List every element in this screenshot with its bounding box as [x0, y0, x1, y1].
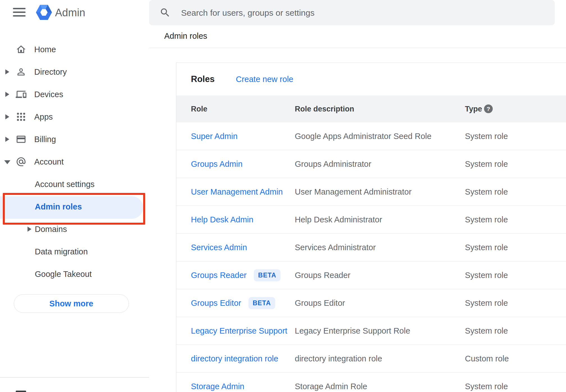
role-cell: Legacy Enterprise Support — [191, 317, 287, 345]
role-description: Groups Administrator — [295, 159, 371, 169]
chevron-right-icon[interactable] — [28, 227, 31, 232]
role-description: Help Desk Administrator — [295, 215, 382, 224]
description-cell: Groups Editor — [295, 289, 345, 317]
create-new-role-link[interactable]: Create new role — [236, 63, 293, 95]
column-header-description: Role description — [295, 95, 354, 122]
description-cell: Groups Reader — [295, 261, 350, 289]
sidebar: Admin Home Directory Device — [0, 0, 149, 392]
role-cell: Groups Editor BETA — [191, 289, 275, 317]
admin-console-screen: Admin Home Directory Device — [0, 0, 566, 392]
sidebar-item-label: Account settings — [35, 180, 95, 189]
roles-table-body: Super Admin Google Apps Administrator Se… — [176, 122, 566, 392]
role-link[interactable]: Services Admin — [191, 243, 247, 252]
search-icon — [159, 7, 171, 18]
chevron-down-icon[interactable] — [4, 160, 10, 164]
sidebar-item-data-migration[interactable]: Data migration — [0, 240, 149, 263]
table-row: Groups Editor BETA Groups Editor System … — [176, 289, 566, 317]
column-header-role: Role — [191, 95, 207, 122]
type-cell: Custom role — [465, 345, 509, 372]
role-cell: Groups Admin — [191, 150, 243, 178]
help-icon[interactable]: ? — [484, 104, 493, 113]
role-description: Groups Reader — [295, 271, 350, 280]
sidebar-item-admin-roles[interactable]: Admin roles — [0, 195, 149, 218]
role-type: System role — [465, 187, 508, 197]
sidebar-item-label: Devices — [34, 90, 63, 99]
role-type: System role — [465, 215, 508, 224]
role-link[interactable]: Groups Reader — [191, 271, 247, 280]
sidebar-divider — [0, 377, 149, 378]
table-row: directory integration role directory int… — [176, 345, 566, 373]
role-description: Legacy Enterprise Support Role — [295, 326, 410, 336]
content-divider — [149, 48, 566, 48]
search-bar[interactable] — [149, 0, 555, 25]
chevron-right-icon[interactable] — [5, 92, 9, 97]
description-cell: Help Desk Administrator — [295, 206, 382, 233]
admin-logo-icon — [36, 5, 52, 20]
role-link[interactable]: Super Admin — [191, 132, 238, 141]
sidebar-item-domains[interactable]: Domains — [0, 218, 149, 240]
app-title: Admin — [55, 0, 85, 25]
sidebar-item-directory[interactable]: Directory — [0, 61, 149, 83]
type-cell: System role — [465, 178, 508, 206]
chevron-right-icon[interactable] — [5, 114, 9, 119]
sidebar-item-label: Admin roles — [35, 202, 82, 211]
role-cell: Storage Admin — [191, 373, 244, 392]
description-cell: Storage Admin Role — [295, 373, 367, 392]
at-email-icon — [16, 156, 26, 167]
table-row: Legacy Enterprise Support Legacy Enterpr… — [176, 317, 566, 345]
sidebar-item-label: Domains — [35, 225, 67, 234]
table-row: Groups Reader BETA Groups Reader System … — [176, 261, 566, 289]
roles-card-header: Roles Create new role — [176, 63, 566, 95]
table-row: Help Desk Admin Help Desk Administrator … — [176, 206, 566, 234]
role-description: Groups Editor — [295, 298, 345, 308]
type-cell: System role — [465, 122, 508, 150]
role-link[interactable]: Help Desk Admin — [191, 215, 253, 224]
role-type: System role — [465, 243, 508, 252]
type-cell: System role — [465, 373, 508, 392]
devices-icon — [16, 89, 26, 100]
description-cell: Services Administrator — [295, 234, 376, 261]
home-icon — [16, 44, 26, 55]
chevron-right-icon[interactable] — [5, 137, 9, 142]
role-link[interactable]: Groups Admin — [191, 159, 243, 169]
description-cell: Legacy Enterprise Support Role — [295, 317, 410, 345]
roles-title: Roles — [191, 63, 214, 95]
role-description: User Management Administrator — [295, 187, 412, 197]
table-row: Storage Admin Storage Admin Role System … — [176, 373, 566, 392]
role-link[interactable]: Groups Editor — [191, 298, 241, 308]
role-link[interactable]: Storage Admin — [191, 382, 244, 391]
sidebar-item-account-settings[interactable]: Account settings — [0, 173, 149, 195]
role-link[interactable]: directory integration role — [191, 354, 278, 363]
sidebar-item-billing[interactable]: Billing — [0, 128, 149, 151]
role-description: Google Apps Administrator Seed Role — [295, 132, 432, 141]
sidebar-item-devices[interactable]: Devices — [0, 83, 149, 106]
type-cell: System role — [465, 206, 508, 233]
breadcrumb: Admin roles — [164, 31, 207, 41]
sidebar-item-label: Data migration — [35, 247, 88, 256]
sidebar-item-label: Google Takeout — [35, 270, 92, 279]
role-description: Services Administrator — [295, 243, 376, 252]
show-more-button[interactable]: Show more — [14, 294, 129, 313]
table-row: Super Admin Google Apps Administrator Se… — [176, 122, 566, 150]
sidebar-item-google-takeout[interactable]: Google Takeout — [0, 263, 149, 285]
role-description: Storage Admin Role — [295, 382, 367, 391]
type-cell: System role — [465, 150, 508, 178]
role-link[interactable]: User Management Admin — [191, 187, 283, 197]
description-cell: directory integration role — [295, 345, 382, 372]
description-cell: User Management Administrator — [295, 178, 412, 206]
sidebar-item-account[interactable]: Account — [0, 151, 149, 173]
table-row: Services Admin Services Administrator Sy… — [176, 234, 566, 261]
type-cell: System role — [465, 317, 508, 345]
search-input[interactable] — [181, 0, 533, 26]
roles-card: Roles Create new role Role Role descript… — [176, 63, 566, 392]
beta-badge: BETA — [254, 269, 280, 281]
role-description: directory integration role — [295, 354, 382, 363]
role-cell: directory integration role — [191, 345, 278, 372]
role-type: System role — [465, 326, 508, 336]
beta-badge: BETA — [248, 297, 275, 309]
role-link[interactable]: Legacy Enterprise Support — [191, 326, 287, 336]
sidebar-item-apps[interactable]: Apps — [0, 106, 149, 128]
sidebar-item-home[interactable]: Home — [0, 38, 149, 61]
menu-icon[interactable] — [13, 8, 26, 17]
chevron-right-icon[interactable] — [5, 69, 9, 74]
